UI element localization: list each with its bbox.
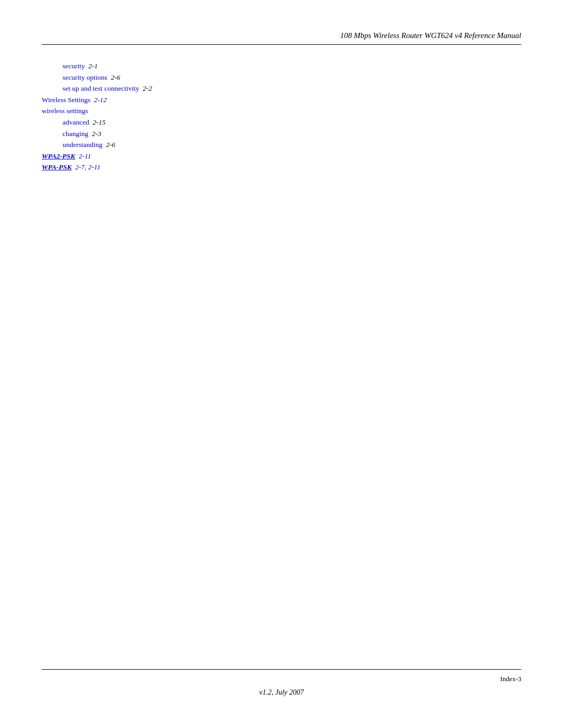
index-entry-setup-test: set up and test connectivity 2-2	[42, 83, 521, 94]
index-entry-security: security 2-1	[42, 60, 521, 72]
understanding-link[interactable]: understanding	[63, 141, 103, 149]
footer-rule: Index-3	[42, 669, 521, 683]
security-options-pageref: 2-6	[109, 73, 120, 81]
wireless-settings-heading-link[interactable]: Wireless Settings	[42, 96, 91, 104]
index-entry-wireless-settings-heading: Wireless Settings 2-12	[42, 94, 521, 106]
changing-link[interactable]: changing	[63, 130, 89, 138]
wpa2-psk-pageref: 2-11	[77, 152, 91, 160]
security-link[interactable]: security	[63, 62, 85, 70]
wpa-psk-pageref: 2-7, 2-11	[74, 163, 101, 171]
footer-page-number: Index-3	[500, 675, 521, 683]
index-entry-wpa-psk: WPA-PSK 2-7, 2-11	[42, 162, 521, 173]
index-entry-wireless-settings-sub: wireless settings	[42, 105, 521, 117]
setup-test-pageref: 2-2	[141, 84, 152, 92]
page-footer: Index-3 v1.2, July 2007	[42, 669, 521, 697]
advanced-pageref: 2-15	[91, 118, 105, 126]
page-header: 108 Mbps Wireless Router WGT624 v4 Refer…	[42, 31, 521, 45]
footer-version-area: v1.2, July 2007	[42, 683, 521, 697]
index-entry-security-options: security options 2-6	[42, 72, 521, 83]
security-pageref: 2-1	[87, 62, 97, 70]
page-spacer	[42, 252, 521, 669]
header-title: 108 Mbps Wireless Router WGT624 v4 Refer…	[340, 31, 521, 40]
page: 108 Mbps Wireless Router WGT624 v4 Refer…	[0, 0, 563, 728]
wpa-psk-link[interactable]: WPA-PSK	[42, 163, 72, 171]
index-entry-advanced: advanced 2-15	[42, 117, 521, 128]
setup-test-link[interactable]: set up and test connectivity	[63, 84, 139, 92]
wireless-settings-sub-link[interactable]: wireless settings	[42, 107, 88, 115]
index-entry-changing: changing 2-3	[42, 128, 521, 140]
understanding-pageref: 2-6	[104, 141, 115, 149]
index-entry-wpa2-psk: WPA2-PSK 2-11	[42, 151, 521, 162]
wpa2-psk-link[interactable]: WPA2-PSK	[42, 152, 75, 160]
wireless-settings-heading-pageref: 2-12	[92, 96, 107, 104]
changing-pageref: 2-3	[90, 130, 101, 138]
index-entry-understanding: understanding 2-6	[42, 139, 521, 151]
security-options-link[interactable]: security options	[63, 73, 107, 81]
footer-version-text: v1.2, July 2007	[259, 688, 304, 696]
advanced-link[interactable]: advanced	[63, 118, 89, 126]
index-content: security 2-1 security options 2-6 set up…	[42, 55, 521, 252]
